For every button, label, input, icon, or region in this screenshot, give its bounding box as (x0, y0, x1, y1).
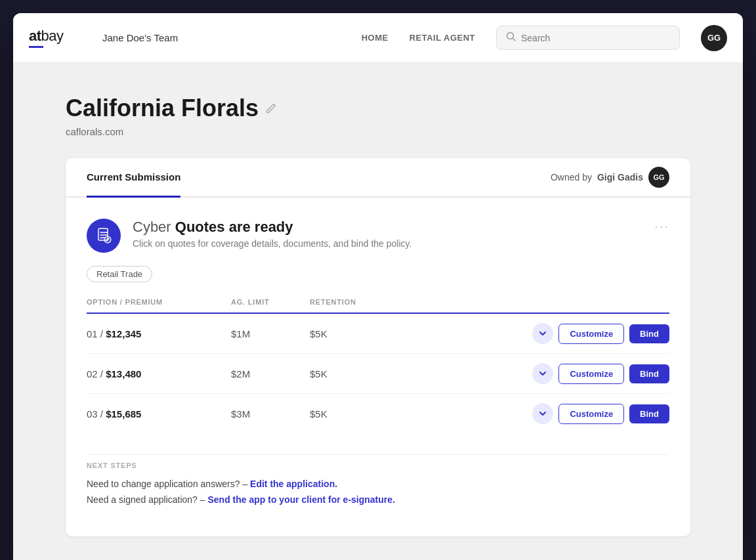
team-name: Jane Doe's Team (102, 32, 178, 43)
next-step-sign-app: Need a signed application? – Send the ap… (87, 494, 669, 505)
row-02-premium: $13,480 (106, 368, 141, 379)
logo-at: at (29, 28, 41, 44)
row-01-ag-limit: $1M (231, 313, 310, 354)
chevron-down-icon (537, 368, 548, 379)
col-header-actions (388, 298, 669, 313)
table-row: 01 / $12,345 $1M $5K (87, 313, 669, 354)
cyber-document-icon (95, 227, 112, 244)
main-card: Current Submission Owned by Gigi Gadis G… (66, 158, 690, 536)
nav-retail-agent[interactable]: RETAIL AGENT (410, 33, 475, 43)
next-step-edit-app: Need to change application answers? – Ed… (87, 479, 669, 489)
search-bar[interactable] (496, 26, 680, 50)
browser-frame: atbay Jane Doe's Team HOME RETAIL AGENT … (13, 13, 743, 560)
row-01-option: 01 / (87, 328, 106, 339)
row-01-premium: $12,345 (106, 328, 141, 339)
row-03-option-premium: 03 / $15,685 (87, 394, 231, 434)
owner-name: Gigi Gadis (597, 172, 643, 183)
search-input[interactable] (521, 33, 670, 43)
row-03-customize-button[interactable]: Customize (558, 404, 624, 424)
next-steps-label: NEXT STEPS (87, 454, 669, 469)
submission-title: Cyber Quotes are ready (133, 219, 642, 236)
row-03-option: 03 / (87, 408, 106, 420)
next-step-sign-prefix: Need a signed application? – (87, 494, 207, 505)
row-02-customize-button[interactable]: Customize (558, 364, 624, 384)
next-step-sign-link[interactable]: Send the app to your client for e-signat… (207, 494, 394, 505)
page-content: California Florals caflorals.com Current… (13, 63, 743, 560)
row-01-actions: Customize Bind (388, 313, 669, 354)
row-02-actions: Customize Bind (388, 354, 669, 394)
company-header: California Florals caflorals.com (66, 95, 690, 137)
row-02-option-premium: 02 / $13,480 (87, 354, 231, 394)
submission-header: Cyber Quotes are ready Click on quotes f… (87, 219, 669, 253)
tabs-row: Current Submission Owned by Gigi Gadis G… (66, 158, 690, 198)
search-icon (506, 32, 516, 44)
row-02-retention: $5K (310, 354, 388, 394)
row-01-bind-button[interactable]: Bind (629, 324, 669, 343)
row-01-retention: $5K (310, 313, 388, 354)
owned-by: Owned by Gigi Gadis GG (551, 167, 669, 188)
row-01-customize-button[interactable]: Customize (558, 324, 624, 344)
row-02-bind-button[interactable]: Bind (629, 364, 669, 383)
table-row: 03 / $15,685 $3M $5K (87, 394, 669, 434)
submission-subtitle: Click on quotes for coverage details, do… (133, 238, 642, 249)
nav-home[interactable]: HOME (362, 33, 388, 43)
edit-icon[interactable] (265, 102, 277, 114)
submission-title-prefix: Cyber (133, 219, 175, 235)
next-step-edit-link[interactable]: Edit the application. (250, 479, 337, 489)
row-03-actions-group: Customize Bind (388, 403, 669, 424)
company-name-row: California Florals (66, 95, 690, 122)
nav-links: HOME RETAIL AGENT GG (362, 25, 727, 51)
owner-avatar: GG (648, 167, 669, 188)
nav-avatar[interactable]: GG (701, 25, 727, 51)
tab-current-submission[interactable]: Current Submission (87, 158, 180, 198)
logo: atbay (29, 28, 81, 48)
navbar: atbay Jane Doe's Team HOME RETAIL AGENT … (13, 13, 743, 63)
col-header-retention: RETENTION (310, 298, 388, 313)
table-row: 02 / $13,480 $2M $5K (87, 354, 669, 394)
row-02-actions-group: Customize Bind (388, 363, 669, 384)
logo-bay: bay (41, 28, 64, 44)
retail-trade-tag: Retail Trade (87, 266, 152, 282)
row-03-actions: Customize Bind (388, 394, 669, 434)
chevron-down-icon (537, 328, 548, 339)
col-header-option-premium: OPTION / PREMIUM (87, 298, 231, 313)
svg-line-1 (513, 39, 516, 41)
row-03-retention: $5K (310, 394, 388, 434)
company-url: caflorals.com (66, 126, 690, 137)
row-01-option-premium: 01 / $12,345 (87, 313, 231, 354)
row-02-ag-limit: $2M (231, 354, 310, 394)
row-02-expand-button[interactable] (532, 363, 553, 384)
row-03-expand-button[interactable] (532, 403, 553, 424)
owned-by-prefix: Owned by (551, 172, 592, 183)
logo-underline (29, 46, 43, 48)
next-step-edit-prefix: Need to change application answers? – (87, 479, 250, 489)
row-03-ag-limit: $3M (231, 394, 310, 434)
col-header-ag-limit: AG. LIMIT (231, 298, 310, 313)
row-02-option: 02 / (87, 368, 106, 379)
row-01-actions-group: Customize Bind (388, 323, 669, 344)
quotes-table: OPTION / PREMIUM AG. LIMIT RETENTION 01 … (87, 298, 669, 433)
submission-title-bold: Quotes are ready (175, 219, 293, 235)
row-03-premium: $15,685 (106, 408, 141, 420)
company-name: California Florals (66, 95, 259, 122)
row-01-expand-button[interactable] (532, 323, 553, 344)
submission-icon-circle (87, 219, 121, 253)
more-options-icon[interactable]: ··· (654, 219, 669, 234)
card-body: Cyber Quotes are ready Click on quotes f… (66, 198, 690, 536)
chevron-down-icon (537, 408, 548, 419)
row-03-bind-button[interactable]: Bind (629, 404, 669, 423)
submission-info: Cyber Quotes are ready Click on quotes f… (133, 219, 642, 249)
